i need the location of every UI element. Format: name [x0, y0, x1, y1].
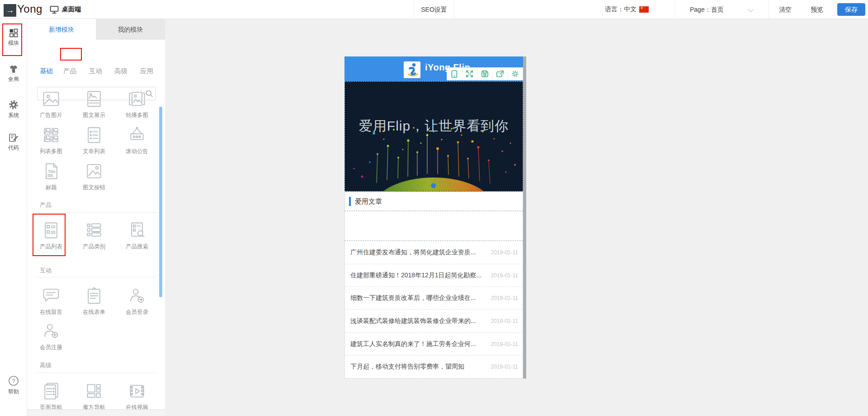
article-row[interactable]: 浅谈装配式装修给建筑装饰装修企业带来的... 2019-01-11 [345, 309, 523, 332]
device-switcher[interactable]: 桌面端 [50, 0, 81, 19]
clear-button[interactable]: 清空 [779, 0, 792, 19]
app-root: → Yong 桌面端 SEO设置 语言：中文 Page：首页 清空 预览 保存 [0, 0, 868, 416]
module-online-video[interactable]: 在线视频 [117, 381, 157, 411]
save-button[interactable]: 保存 [837, 3, 865, 16]
site-logo [404, 61, 420, 78]
rail-item-global[interactable]: 全局 [0, 64, 27, 83]
module-product-list[interactable]: 产品列表 [31, 220, 71, 251]
svg-text:?: ? [12, 378, 15, 384]
rail-label-global: 全局 [0, 75, 27, 83]
article-row[interactable]: 广州住建委发布通知，将简化建筑企业资质... 2019-01-11 [345, 241, 523, 264]
scrolling-notice-icon [127, 125, 147, 145]
image-grid-icon [41, 125, 61, 145]
module-cube-nav[interactable]: 魔方导航 [74, 381, 114, 411]
preview-button[interactable]: 预览 [811, 0, 823, 19]
seo-settings-button[interactable]: SEO设置 [414, 0, 454, 19]
module-page-nav[interactable]: 页面导航 [31, 381, 71, 411]
carousel-indicator-dot [431, 183, 436, 188]
code-doc-icon [8, 133, 19, 143]
category-interact[interactable]: 互动 [89, 64, 102, 78]
rail-label-code: 代码 [0, 144, 27, 152]
gear-icon [8, 99, 19, 110]
category-advanced[interactable]: 高级 [114, 64, 127, 78]
module-panel: 新增模块 我的模块 基础 产品 互动 高级 应用 广告图片 图文展示 [27, 19, 165, 416]
online-form-icon [84, 285, 104, 306]
section-title-product: 产品 [40, 201, 52, 209]
module-article-list[interactable]: 文章列表 [74, 125, 114, 155]
module-online-form[interactable]: 在线表单 [74, 285, 114, 316]
module-title[interactable]: Title 标题 [31, 161, 71, 192]
article-date: 2019-01-11 [491, 249, 519, 256]
module-product-category[interactable]: 产品类别 [74, 220, 114, 251]
member-login-icon [127, 285, 147, 306]
module-member-register[interactable]: 会员注册 [31, 321, 71, 351]
cube-nav-icon [84, 381, 104, 402]
member-register-icon [41, 321, 61, 341]
tshirt-icon [8, 64, 19, 74]
module-ad-image[interactable]: 广告图片 [31, 89, 71, 119]
article-title: 住建部重磅通知！2018年12月1日起简化勘察... [350, 271, 481, 280]
china-flag-icon [639, 6, 649, 13]
article-section-header[interactable]: 爱用文章 [344, 192, 523, 211]
banner-module[interactable]: 爱用Flip，让世界看到你 [344, 81, 523, 192]
module-member-login[interactable]: 会员登录 [117, 285, 157, 316]
logo-arrow-glyph: → [6, 5, 14, 15]
rail-item-system[interactable]: 系统 [0, 99, 27, 119]
rail-item-modules[interactable]: 模块 [0, 28, 27, 47]
module-scrolling-notice[interactable]: 滚动公告 [117, 125, 157, 155]
toolbar-fullscreen-button[interactable] [462, 68, 477, 80]
phone-scrollbar[interactable] [523, 56, 526, 379]
share-export-icon [496, 70, 504, 78]
article-row[interactable]: 建筑工人实名制真的来了！施工劳务企业何... 2019-01-11 [345, 332, 523, 355]
article-list-module: 广州住建委发布通知，将简化建筑企业资质... 2019-01-11 住建部重磅通… [344, 241, 523, 379]
panel-footer [27, 409, 165, 416]
carousel-icon [127, 89, 147, 109]
module-image-text[interactable]: 图文展示 [74, 89, 114, 119]
page-nav-icon [41, 381, 61, 402]
language-selector[interactable]: 语言：中文 [605, 0, 649, 19]
logo-arrow-icon: → [4, 4, 16, 17]
module-image-grid[interactable]: 列表多图 [31, 125, 71, 155]
article-row[interactable]: 住建部重磅通知！2018年12月1日起简化勘察... 2019-01-11 [345, 264, 523, 287]
tab-new-modules[interactable]: 新增模块 [27, 19, 96, 40]
article-title: 广州住建委发布通知，将简化建筑企业资质... [350, 248, 476, 257]
category-basic[interactable]: 基础 [40, 64, 53, 78]
panel-scrollbar[interactable] [159, 107, 162, 297]
category-product[interactable]: 产品 [63, 64, 76, 78]
device-label: 桌面端 [62, 5, 81, 14]
section-title-interact: 互动 [40, 266, 52, 275]
tab-my-modules[interactable]: 我的模块 [96, 19, 165, 40]
rail-label-modules: 模块 [0, 39, 27, 47]
rail-label-system: 系统 [0, 112, 27, 119]
module-carousel[interactable]: 轮播多图 [117, 89, 157, 119]
toolbar-export-button[interactable] [492, 68, 508, 80]
modules-grid-icon [9, 28, 19, 38]
article-row[interactable]: 下月起，移动支付将告别零费率，望周知 2019-01-11 [345, 355, 523, 378]
module-product-search[interactable]: 产品搜索 [117, 220, 157, 251]
monitor-icon [50, 5, 59, 14]
toolbar-settings-button[interactable] [507, 68, 523, 80]
floppy-save-icon [481, 70, 489, 78]
rail-item-code[interactable]: 代码 [0, 133, 27, 152]
section-divider [35, 212, 157, 213]
article-row[interactable]: 细数一下建筑资质改革后，哪些企业业绩在... 2019-01-11 [345, 286, 523, 309]
module-image-button[interactable]: 图文按钮 [74, 161, 114, 192]
article-title: 细数一下建筑资质改革后，哪些企业业绩在... [350, 294, 476, 302]
article-title: 浅谈装配式装修给建筑装饰装修企业带来的... [350, 317, 476, 325]
toolbar-save-button[interactable] [477, 68, 492, 80]
category-app[interactable]: 应用 [140, 64, 153, 78]
page-label: Page：首页 [690, 0, 724, 19]
page-selector[interactable]: Page：首页 [675, 0, 769, 19]
rail-item-help[interactable]: ? 帮助 [0, 375, 27, 396]
online-video-icon [127, 381, 147, 402]
product-category-icon [84, 220, 104, 241]
svg-text:Title: Title [48, 169, 56, 174]
article-date: 2019-01-11 [491, 295, 519, 301]
module-online-message[interactable]: 在线留言 [31, 285, 71, 316]
empty-module-placeholder[interactable] [344, 211, 523, 241]
toolbar-mobile-button[interactable] [447, 68, 462, 80]
title-icon: Title [41, 161, 61, 182]
mobile-icon [451, 70, 458, 78]
fullscreen-icon [466, 70, 473, 78]
chevron-down-icon [748, 6, 754, 12]
